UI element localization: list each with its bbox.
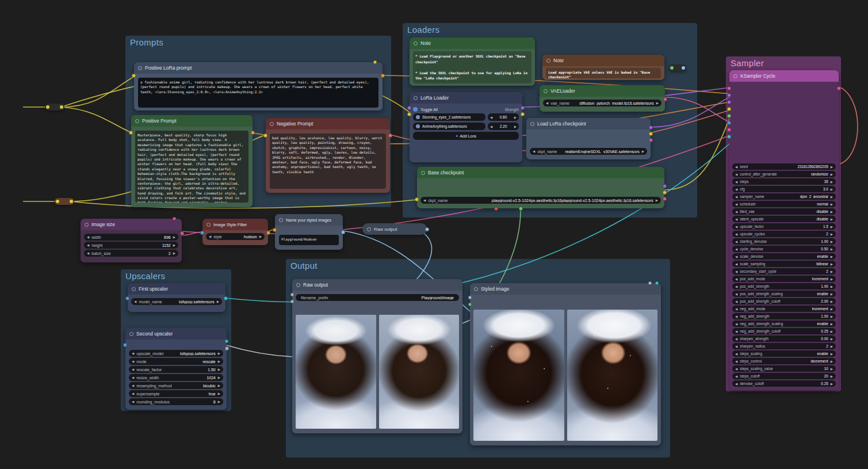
node-header[interactable]: Styled image bbox=[470, 283, 661, 295]
increment-arrow[interactable]: ▶ bbox=[218, 360, 220, 363]
increment-arrow[interactable]: ▶ bbox=[831, 322, 833, 326]
toggle-all-switch[interactable] bbox=[413, 107, 418, 112]
output-slot-conditioning[interactable] bbox=[381, 74, 385, 78]
node-header[interactable]: Base checkpoint bbox=[417, 167, 664, 178]
collapse-dot[interactable] bbox=[270, 122, 274, 126]
increment-arrow[interactable]: ▶ bbox=[656, 101, 659, 105]
prompt-textarea[interactable]: bad quality, low acutance, low quality, … bbox=[270, 134, 386, 189]
input-slot-model[interactable] bbox=[407, 106, 411, 110]
decrement-arrow[interactable]: ◀ bbox=[735, 270, 737, 273]
widget-seed[interactable]: ◀seed231813562892205▶ bbox=[732, 163, 836, 170]
reroute-input-slot[interactable] bbox=[670, 66, 674, 70]
increment-arrow[interactable]: ▶ bbox=[831, 210, 833, 213]
decrement-arrow[interactable]: ◀ bbox=[87, 243, 89, 247]
decrement-arrow[interactable]: ◀ bbox=[735, 247, 737, 251]
increment-arrow[interactable]: ▶ bbox=[831, 382, 833, 386]
widget-pos_add_strength[interactable]: ◀pos_add_strength1.00▶ bbox=[732, 283, 836, 289]
increment-arrow[interactable]: ▶ bbox=[173, 235, 175, 239]
increment-arrow[interactable]: ▶ bbox=[831, 367, 833, 371]
input-slot-clip[interactable] bbox=[129, 131, 133, 135]
collapse-dot[interactable] bbox=[474, 287, 478, 291]
widget-height[interactable]: ◀height1152▶ bbox=[84, 242, 178, 249]
increment-arrow[interactable]: ▶ bbox=[831, 352, 833, 356]
increment-arrow[interactable]: ▶ bbox=[831, 180, 833, 184]
input-slot-positive[interactable] bbox=[727, 107, 731, 111]
increment-arrow[interactable]: ▶ bbox=[831, 375, 833, 378]
widget-resampling_method[interactable]: ◀resampling_methodbicubic▶ bbox=[129, 382, 223, 389]
widget-batch_size[interactable]: ◀batch_size2▶ bbox=[84, 250, 178, 257]
decrement-arrow[interactable]: ◀ bbox=[735, 337, 737, 341]
output-slot-clip[interactable] bbox=[649, 132, 653, 136]
node-header[interactable]: Positive LoRa prompt bbox=[134, 62, 383, 74]
output-slot-top[interactable] bbox=[173, 217, 176, 220]
node-second-upscaler[interactable]: Second upscaler ◀upscale_modellollypop.s… bbox=[125, 328, 227, 410]
decrement-arrow[interactable]: ◀ bbox=[546, 101, 548, 105]
reroute-node[interactable] bbox=[55, 198, 74, 205]
node-lora-loader[interactable]: LoRa Loader Toggle All Strength Stunning… bbox=[410, 92, 522, 162]
decrement-arrow[interactable]: ◀ bbox=[132, 360, 134, 363]
increment-arrow[interactable]: ▶ bbox=[831, 337, 833, 341]
collapse-dot[interactable] bbox=[279, 218, 283, 222]
widget-starting_denoise[interactable]: ◀starting_denoise1.00▶ bbox=[732, 238, 836, 245]
output-slot-upscale-model[interactable] bbox=[224, 296, 228, 300]
collapse-dot[interactable] bbox=[544, 89, 548, 93]
collapse-dot[interactable] bbox=[530, 122, 534, 126]
increment-arrow[interactable]: ▶ bbox=[831, 345, 833, 348]
node-image-size[interactable]: Image size ◀width896▶◀height1152▶◀batch_… bbox=[81, 219, 182, 262]
lora-row[interactable]: Stunning_eyes_2.safetensors ◀ 0.80 ▶ bbox=[413, 113, 519, 121]
decrement-arrow[interactable]: ◀ bbox=[132, 368, 134, 371]
decrement-arrow[interactable]: ◀ bbox=[490, 116, 492, 119]
increment-arrow[interactable]: ▶ bbox=[831, 247, 833, 251]
decrement-arrow[interactable]: ◀ bbox=[132, 352, 134, 355]
increment-arrow[interactable]: ▶ bbox=[514, 116, 517, 119]
widget-denoise_cutoff[interactable]: ◀denoise_cutoff0.25▶ bbox=[732, 380, 836, 387]
widget-latent_upscale[interactable]: ◀latent_upscaledisable▶ bbox=[732, 216, 836, 222]
decrement-arrow[interactable]: ◀ bbox=[735, 180, 737, 184]
node-note-checkpoints[interactable]: Note * Load Playground or another SDXL c… bbox=[410, 37, 535, 86]
widget-ckpt_name[interactable]: ◀ckpt_nameplayground-v2.5-1024px-aesthet… bbox=[420, 197, 661, 204]
decrement-arrow[interactable]: ◀ bbox=[735, 292, 737, 296]
input-slot-model[interactable] bbox=[727, 86, 731, 90]
increment-arrow[interactable]: ▶ bbox=[831, 218, 833, 221]
widget-control_after_generate[interactable]: ◀control_after_generaterandomize▶ bbox=[732, 171, 836, 177]
node-header[interactable]: Raw output bbox=[292, 279, 462, 291]
node-name-styled-images[interactable]: Name your styled images Playground/Hudso… bbox=[275, 214, 343, 250]
output-slot-conditioning[interactable] bbox=[388, 134, 392, 138]
increment-arrow[interactable]: ▶ bbox=[831, 360, 833, 363]
widget-secondary_start_cycle[interactable]: ◀secondary_start_cycle2▶ bbox=[732, 268, 836, 274]
increment-arrow[interactable]: ▶ bbox=[831, 173, 833, 176]
collapse-dot[interactable] bbox=[414, 41, 418, 45]
widget-sampler_name[interactable]: ◀sampler_namedpm_2_ancestral▶ bbox=[732, 193, 836, 200]
node-positive-prompt[interactable]: Positive Prompt Masterpiece, best qualit… bbox=[131, 115, 253, 207]
decrement-arrow[interactable]: ◀ bbox=[735, 203, 737, 206]
decrement-arrow[interactable]: ◀ bbox=[134, 300, 136, 303]
decrement-arrow[interactable]: ◀ bbox=[735, 262, 737, 266]
decrement-arrow[interactable]: ◀ bbox=[735, 195, 737, 199]
input-slot-image[interactable] bbox=[200, 231, 204, 235]
decrement-arrow[interactable]: ◀ bbox=[735, 210, 737, 213]
decrement-arrow[interactable]: ◀ bbox=[735, 315, 737, 318]
input-slot-image[interactable] bbox=[125, 296, 129, 300]
increment-arrow[interactable]: ▶ bbox=[831, 232, 833, 236]
decrement-arrow[interactable]: ◀ bbox=[735, 255, 737, 258]
node-header[interactable]: Negative Prompt bbox=[266, 118, 390, 129]
increment-arrow[interactable]: ▶ bbox=[218, 376, 220, 379]
collapse-dot[interactable] bbox=[546, 59, 550, 63]
decrement-arrow[interactable]: ◀ bbox=[490, 125, 492, 128]
output-slot-model[interactable] bbox=[649, 125, 653, 129]
decrement-arrow[interactable]: ◀ bbox=[735, 345, 737, 348]
output-slot-image[interactable] bbox=[225, 346, 229, 350]
decrement-arrow[interactable]: ◀ bbox=[735, 285, 737, 288]
widget-pos_add_strength_cutoff[interactable]: ◀pos_add_strength_cutoff2.00▶ bbox=[732, 298, 836, 304]
decrement-arrow[interactable]: ◀ bbox=[735, 330, 737, 333]
decrement-arrow[interactable]: ◀ bbox=[735, 218, 737, 221]
collapse-dot[interactable] bbox=[421, 171, 425, 175]
lora-toggle[interactable] bbox=[416, 115, 420, 119]
lora-toggle[interactable] bbox=[416, 124, 420, 128]
node-raw-output-collapsed[interactable]: Raw output bbox=[362, 223, 427, 235]
decrement-arrow[interactable]: ◀ bbox=[735, 300, 737, 303]
increment-arrow[interactable]: ▶ bbox=[217, 300, 219, 303]
widget-neg_add_strength_scaling[interactable]: ◀neg_add_strength_scalingenable▶ bbox=[732, 321, 836, 327]
widget-cfg[interactable]: ◀cfg3.0▶ bbox=[732, 186, 836, 192]
node-header[interactable]: KSampler Cycle bbox=[729, 70, 839, 82]
